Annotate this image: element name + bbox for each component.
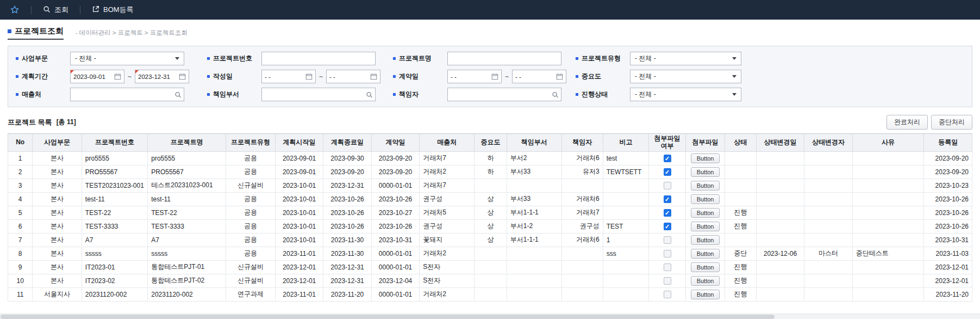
project-no-input[interactable] (261, 52, 376, 65)
table-row[interactable]: 11서울지사20231120-00220231120-002연구과제2023-1… (8, 287, 972, 301)
menu-bom-register[interactable]: BOM등록 (92, 5, 134, 15)
business-division-select[interactable]: - 전체 - (70, 52, 184, 65)
column-header-has_attachment[interactable]: 첨부파일 여부 (649, 134, 686, 152)
cell-plan_start: 2023-10-01 (275, 179, 323, 192)
table-row[interactable]: 8본사ssssssssss공용2023-11-012023-11-300000-… (8, 247, 972, 260)
project-name-input[interactable] (447, 52, 561, 65)
attachment-checkbox[interactable]: ✓ (664, 209, 671, 217)
column-header-status_change_date[interactable]: 상태변경일 (756, 134, 804, 152)
attachment-button[interactable]: Button (691, 235, 720, 245)
attachment-button[interactable]: Button (691, 208, 720, 218)
cell-reg_date: 2023-12-01 (924, 274, 972, 287)
table-row[interactable]: 5본사TEST-22TEST-22공용2023-10-012023-10-262… (8, 206, 972, 219)
column-header-contract_date[interactable]: 계약일 (371, 134, 419, 152)
plan-period-to-input[interactable]: 2023-12-31 (135, 70, 189, 83)
column-header-customer[interactable]: 매출처 (420, 134, 475, 152)
scrollbar-thumb[interactable] (1, 315, 775, 319)
attachment-button[interactable]: Button (691, 181, 720, 191)
cell-has_attachment (649, 179, 686, 192)
manager-input[interactable] (447, 88, 561, 101)
bullet-icon (207, 75, 210, 78)
search-icon[interactable] (174, 91, 182, 98)
attachment-button[interactable]: Button (691, 167, 720, 177)
column-header-division[interactable]: 사업부문 (33, 134, 82, 152)
attachment-button[interactable]: Button (691, 262, 720, 272)
search-icon[interactable] (552, 91, 559, 98)
cell-dept (507, 274, 561, 287)
progress-status-select[interactable]: - 전체 - (630, 88, 741, 101)
attachment-checkbox[interactable]: ✓ (664, 168, 671, 176)
table-row[interactable]: 1본사pro5555pro5555공용2023-09-012023-09-302… (8, 151, 972, 165)
importance-select[interactable]: - 전체 - (630, 70, 741, 83)
attachment-button[interactable]: Button (691, 290, 720, 299)
cell-project_no: TEST20231023-001 (82, 179, 147, 192)
column-header-dept[interactable]: 책임부서 (507, 134, 561, 152)
cell-status: 진행 (725, 260, 757, 274)
attachment-checkbox[interactable] (664, 263, 671, 271)
column-header-status_changer[interactable]: 상태변경자 (804, 134, 852, 152)
column-header-plan_start[interactable]: 계획시작일 (275, 134, 323, 152)
contract-date-to-input[interactable]: - - (512, 70, 566, 83)
table-row[interactable]: 2본사PRO55567PRO55567공용2023-09-012023-09-2… (8, 165, 972, 179)
column-header-no[interactable]: No (8, 134, 33, 152)
contract-date-from-input[interactable]: - - (447, 70, 502, 83)
column-header-reason[interactable]: 사유 (852, 134, 924, 152)
table-row[interactable]: 6본사TEST-3333TEST-3333공용2023-10-012023-10… (8, 219, 972, 233)
dept-input[interactable] (261, 88, 376, 101)
cell-manager (561, 247, 603, 260)
customer-input[interactable] (70, 88, 184, 101)
column-header-importance[interactable]: 중요도 (475, 134, 507, 152)
filter-panel: 사업부문 - 전체 - 프로젝트번호 프로젝트명 프로젝트유형 - 전체 - 계… (8, 46, 972, 107)
project-type-select[interactable]: - 전체 - (630, 52, 741, 65)
calendar-icon[interactable] (491, 73, 498, 80)
column-header-attachment_button[interactable]: 첨부파일 (686, 134, 725, 152)
table-row[interactable]: 3본사TEST20231023-001테스트20231023-001신규설비20… (8, 179, 972, 192)
attachment-checkbox[interactable]: ✓ (664, 155, 671, 162)
table-row[interactable]: 10본사IT2023-02통합테스트PJT-02신규설비2023-12-0120… (8, 274, 972, 287)
filter-row-3: 매출처 책임부서 책임자 (16, 88, 964, 101)
column-header-project_no[interactable]: 프로젝트번호 (82, 134, 147, 152)
complete-process-button[interactable]: 완료처리 (887, 115, 928, 130)
search-icon[interactable] (366, 91, 373, 98)
attachment-button[interactable]: Button (691, 154, 720, 163)
created-date-to-input[interactable]: - - (326, 70, 380, 83)
cell-status_change_date (756, 219, 804, 233)
table-row[interactable]: 7본사A7A7공용2023-10-012023-11-302023-10-31꽃… (8, 233, 972, 247)
column-header-status[interactable]: 상태 (725, 134, 757, 152)
column-header-reg_date[interactable]: 등록일 (924, 134, 972, 152)
column-header-note[interactable]: 비고 (603, 134, 648, 152)
attachment-checkbox[interactable] (664, 291, 671, 298)
horizontal-scrollbar[interactable] (0, 314, 980, 319)
cell-dept (507, 287, 561, 301)
calendar-icon[interactable] (179, 73, 186, 80)
table-row[interactable]: 4본사test-11test-11공용2023-10-012023-10-262… (8, 192, 972, 206)
attachment-button[interactable]: Button (691, 222, 720, 231)
column-header-project_name[interactable]: 프로젝트명 (148, 134, 226, 152)
attachment-checkbox[interactable] (664, 250, 671, 257)
suspend-process-button[interactable]: 중단처리 (931, 115, 972, 130)
attachment-checkbox[interactable] (664, 182, 671, 189)
attachment-checkbox[interactable] (664, 277, 671, 285)
attachment-checkbox[interactable]: ✓ (664, 223, 671, 230)
attachment-checkbox[interactable]: ✓ (664, 195, 671, 203)
created-date-from-input[interactable]: - - (261, 70, 316, 83)
calendar-icon[interactable] (114, 73, 121, 80)
cell-reg_date: 2023-10-26 (924, 192, 972, 206)
table-row[interactable]: 9본사IT2023-01통합테스트PJT-01신규설비2023-12-01202… (8, 260, 972, 274)
attachment-button[interactable]: Button (691, 249, 720, 259)
calendar-icon[interactable] (305, 73, 313, 80)
menu-search[interactable]: 조회 (43, 5, 68, 15)
calendar-icon[interactable] (556, 73, 563, 80)
attachment-button[interactable]: Button (691, 194, 720, 204)
calendar-icon[interactable] (370, 73, 377, 80)
cell-has_attachment (649, 233, 686, 247)
favorite-star-icon[interactable] (10, 5, 20, 15)
column-header-plan_end[interactable]: 계획종료일 (323, 134, 371, 152)
plan-period-from-input[interactable]: 2023-09-01 (70, 70, 124, 83)
attachment-button[interactable]: Button (691, 276, 720, 286)
column-header-manager[interactable]: 책임자 (561, 134, 603, 152)
cell-plan_end: 2023-12-31 (323, 179, 371, 192)
column-header-project_type[interactable]: 프로젝트유형 (226, 134, 276, 152)
attachment-checkbox[interactable] (664, 236, 671, 244)
cell-reg_date: 2023-12-01 (924, 260, 972, 274)
